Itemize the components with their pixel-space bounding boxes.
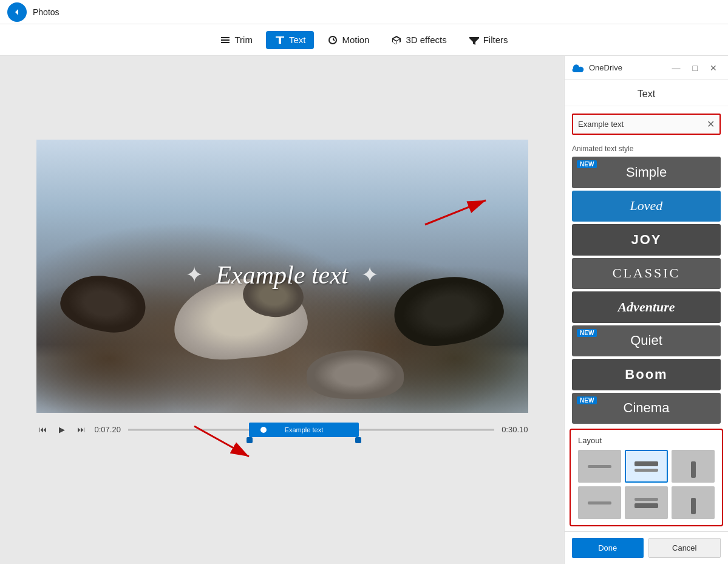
timeline-area: ⏮ ▶ ⏭ 0:07.20 Example text [36,413,528,481]
text-input-wrapper: ✕ [572,114,721,135]
text-input-area: ✕ [565,106,728,142]
text-button[interactable]: Text [266,31,315,49]
style-label-quiet: Quiet [630,333,662,348]
style-item-simple[interactable]: NEWSimple [572,157,721,188]
layout-label: Layout [578,436,715,445]
decoration-right: ✦ [361,262,379,287]
back-button[interactable] [7,2,27,22]
app-title: Photos [33,7,60,17]
video-area: ✦ Example text ✦ ⏮ [0,56,564,564]
overlay-text: Example text [216,260,348,289]
onedrive-bar: OneDrive — □ ✕ [565,56,728,80]
step-back-button[interactable]: ⏮ [36,423,49,437]
clip-handle-left[interactable] [247,437,253,443]
style-label-simple: Simple [626,165,667,180]
layout-option-layout3[interactable] [672,450,715,483]
cancel-button[interactable]: Cancel [648,538,721,558]
layout-option-layout4[interactable] [578,486,621,519]
style-label-joy: JOY [631,232,661,248]
clip-label: Example text [285,426,324,433]
layout-option-layout6[interactable] [672,486,715,519]
video-text-overlay: ✦ Example text ✦ [185,260,378,289]
style-item-cinema[interactable]: NEWCinema [572,393,721,424]
right-panel: OneDrive — □ ✕ Text ✕ Animated text styl… [564,56,728,564]
video-player[interactable]: ✦ Example text ✦ [36,140,528,413]
layout-option-layout5[interactable] [625,486,668,519]
timeline-controls: ⏮ ▶ ⏭ 0:07.20 Example text [36,423,528,437]
onedrive-title: OneDrive [589,63,622,72]
play-button[interactable]: ▶ [56,423,67,437]
minimize-button[interactable]: — [668,62,684,74]
toolbar: Trim Text Motion 3D effects Filters [0,24,728,56]
end-time: 0:30.10 [502,425,528,434]
text-input[interactable] [578,120,707,129]
onedrive-left: OneDrive [572,63,622,72]
style-label-classic: CLASSIC [613,265,680,281]
style-item-loved[interactable]: Loved [572,191,721,222]
style-item-quiet[interactable]: NEWQuiet [572,325,721,357]
trim-button[interactable]: Trim [211,31,260,49]
action-bar: Done Cancel [565,531,728,564]
layout-grid [578,450,715,519]
timeline-track[interactable]: Example text [128,423,494,437]
layout-option-layout1[interactable] [578,450,621,483]
style-label-cinema: Cinema [624,400,670,416]
layout-option-layout2[interactable] [625,450,668,483]
text-clear-button[interactable]: ✕ [707,118,715,130]
layout-section: Layout [570,429,723,526]
onedrive-icon [572,64,584,72]
video-wrapper: ✦ Example text ✦ ⏮ [36,140,528,481]
style-label-loved: Loved [630,198,663,214]
seal-5 [307,350,404,399]
text-panel: Text ✕ Animated text style NEWSimpleLove… [565,80,728,564]
timeline-annotation [36,444,528,481]
onedrive-controls: — □ ✕ [668,62,721,74]
new-badge: NEW [577,160,597,168]
text-panel-title: Text [565,80,728,106]
new-badge: NEW [577,329,597,337]
style-item-boom[interactable]: Boom [572,359,721,390]
filters-button[interactable]: Filters [460,31,517,49]
style-item-adventure[interactable]: Adventure [572,291,721,323]
motion-button[interactable]: Motion [319,31,378,49]
title-bar: Photos [0,0,728,24]
style-list: NEWSimpleLovedJOYCLASSICAdventureNEWQuie… [565,157,728,424]
style-item-classic[interactable]: CLASSIC [572,258,721,290]
clip-handle-right[interactable] [355,437,361,443]
animated-style-label: Animated text style [565,142,728,157]
style-label-boom: Boom [625,367,667,382]
current-time: 0:07.20 [95,425,121,434]
style-item-joy[interactable]: JOY [572,224,721,256]
decoration-left: ✦ [185,262,203,287]
style-label-adventure: Adventure [617,299,675,315]
new-badge: NEW [577,396,597,404]
done-button[interactable]: Done [572,538,644,558]
effects3d-button[interactable]: 3D effects [383,31,455,49]
step-forward-button[interactable]: ⏭ [75,423,87,437]
main-area: ✦ Example text ✦ ⏮ [0,56,728,564]
playhead[interactable] [259,426,268,434]
maximize-button[interactable]: □ [689,62,701,74]
close-button[interactable]: ✕ [706,62,721,74]
